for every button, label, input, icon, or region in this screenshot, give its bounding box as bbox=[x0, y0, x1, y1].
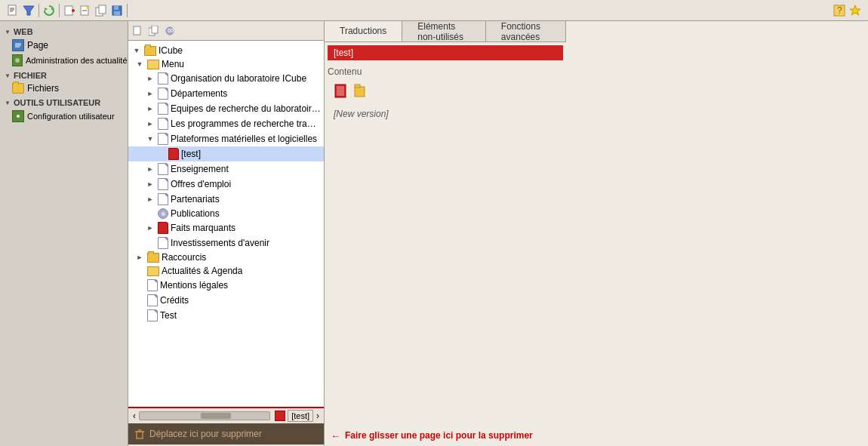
tree-actualites[interactable]: Actualités & Agenda bbox=[128, 264, 324, 278]
help-icon[interactable]: ? bbox=[833, 4, 846, 17]
tab-traductions-label: Traductions bbox=[340, 26, 386, 36]
tab-fonctions[interactable]: Fonctions avancées bbox=[486, 21, 566, 42]
tree-programmes[interactable]: ► Les programmes de recherche transv… bbox=[128, 116, 324, 131]
sidebar-item-config-label: Configuration utilisateur bbox=[27, 112, 115, 121]
main-layout: WEB Page Administration des actualités bbox=[0, 21, 868, 446]
tree-equipes[interactable]: ► Equipes de recherche du laboratoire I… bbox=[128, 101, 324, 116]
faits-expander[interactable]: ► bbox=[145, 223, 155, 233]
sidebar-item-news[interactable]: Administration des actualités bbox=[0, 53, 128, 68]
tree-partenariats[interactable]: ► Partenariats bbox=[128, 192, 324, 207]
dept-expander[interactable]: ► bbox=[145, 88, 155, 99]
trash-icon bbox=[134, 429, 145, 439]
tree-investissements-label: Investissements d'avenir bbox=[171, 238, 269, 248]
edit-icon[interactable] bbox=[78, 4, 92, 17]
tree-plateformes-label: Plateformes matérielles et logicielles bbox=[171, 134, 317, 144]
plateformes-expander[interactable]: ▼ bbox=[145, 134, 155, 144]
tree-offres[interactable]: ► Offres d'emploi bbox=[128, 177, 324, 192]
root-expander[interactable]: ▼ bbox=[131, 45, 142, 56]
content-icon-2[interactable] bbox=[353, 83, 370, 100]
content-icon-1[interactable] bbox=[334, 83, 350, 100]
new-version-text: [New version] bbox=[334, 109, 389, 119]
sidebar-item-config[interactable]: Configuration utilisateur bbox=[0, 109, 128, 124]
plateformes-doc-icon bbox=[158, 133, 168, 145]
center-scrollbar: ‹ [test] › bbox=[128, 408, 324, 423]
tree-publications[interactable]: ⊕ Publications bbox=[128, 207, 324, 220]
equipes-expander[interactable]: ► bbox=[145, 103, 155, 114]
tree-equipes-label: Equipes de recherche du laboratoire I… bbox=[171, 103, 321, 114]
scroll-left-btn[interactable]: ‹ bbox=[131, 411, 137, 421]
scroll-right-btn[interactable]: › bbox=[315, 411, 321, 421]
save-icon[interactable] bbox=[110, 4, 124, 17]
section-outils: OUTILS UTILISATEUR bbox=[0, 95, 128, 109]
svg-rect-13 bbox=[99, 5, 106, 14]
tree-test[interactable]: [test] bbox=[128, 146, 324, 161]
tree-menu-label: Menu bbox=[162, 59, 184, 69]
offres-expander[interactable]: ► bbox=[145, 179, 155, 189]
tree-raccourcis[interactable]: ► Raccourcis bbox=[128, 251, 324, 264]
bottom-item-label[interactable]: [test] bbox=[288, 410, 313, 422]
org-expander[interactable]: ► bbox=[145, 73, 155, 84]
copy-icon[interactable] bbox=[94, 4, 108, 17]
tree-investissements[interactable]: Investissements d'avenir bbox=[128, 235, 324, 251]
programmes-doc-icon bbox=[158, 118, 168, 130]
svg-rect-15 bbox=[114, 6, 119, 10]
content-new-version: [New version] bbox=[328, 107, 563, 121]
content-section-label: Contenu bbox=[328, 65, 563, 78]
left-sidebar: WEB Page Administration des actualités bbox=[0, 21, 128, 446]
tree-programmes-label: Les programmes de recherche transv… bbox=[171, 118, 321, 129]
menu-folder-icon bbox=[147, 60, 159, 69]
right-tabs: Traductions Eléments non-utilisés Foncti… bbox=[325, 21, 566, 42]
copy-tree-icon[interactable] bbox=[147, 24, 161, 38]
add-page-icon[interactable] bbox=[63, 4, 76, 17]
settings-icon bbox=[12, 110, 24, 122]
tree-enseignement[interactable]: ► Enseignement bbox=[128, 161, 324, 177]
content-label-text: Contenu bbox=[328, 66, 362, 77]
tree-credits[interactable]: Crédits bbox=[128, 293, 324, 308]
tree-partenariats-label: Partenariats bbox=[171, 194, 220, 205]
delete-zone[interactable]: Déplacez ici pour supprimer bbox=[128, 423, 324, 444]
tree-root[interactable]: ▼ ICube bbox=[128, 44, 324, 57]
svg-rect-16 bbox=[114, 11, 120, 15]
svg-rect-39 bbox=[355, 85, 360, 88]
raccourcis-expander[interactable]: ► bbox=[134, 252, 145, 263]
tree-org[interactable]: ► Organisation du laboratoire ICube bbox=[128, 71, 324, 86]
invest-doc-icon bbox=[158, 237, 168, 249]
menu-expander[interactable]: ▼ bbox=[134, 59, 145, 69]
programmes-expander[interactable]: ► bbox=[145, 118, 155, 129]
tree-enseignement-label: Enseignement bbox=[171, 164, 229, 174]
link-icon[interactable]: ∞ bbox=[163, 24, 177, 38]
tree-plateformes[interactable]: ▼ Plateformes matérielles et logicielles bbox=[128, 131, 324, 146]
refresh-icon[interactable] bbox=[42, 4, 56, 17]
sidebar-item-page[interactable]: Page bbox=[0, 38, 128, 53]
enseignement-expander[interactable]: ► bbox=[145, 164, 155, 174]
filter-icon[interactable] bbox=[22, 4, 35, 17]
faits-doc-red-icon bbox=[158, 222, 168, 234]
tab-traductions[interactable]: Traductions bbox=[325, 21, 402, 42]
tree-mentions[interactable]: Mentions légales bbox=[128, 278, 324, 293]
svg-marker-5 bbox=[45, 8, 48, 11]
raccourcis-folder-icon bbox=[147, 253, 159, 263]
equipes-doc-icon bbox=[158, 103, 168, 115]
new-doc-icon[interactable] bbox=[131, 24, 145, 38]
tree-dept[interactable]: ► Départements bbox=[128, 86, 324, 101]
tree-mentions-label: Mentions légales bbox=[160, 280, 228, 291]
partenariats-expander[interactable]: ► bbox=[145, 194, 155, 205]
scroll-track[interactable] bbox=[139, 411, 270, 420]
sidebar-item-fichiers[interactable]: Fichiers bbox=[0, 82, 128, 95]
top-toolbar: ? bbox=[0, 0, 868, 21]
tree-testroot[interactable]: Test bbox=[128, 308, 324, 323]
doc-icon[interactable] bbox=[6, 4, 20, 17]
tree-faits[interactable]: ► Faits marquants bbox=[128, 220, 324, 235]
tab-elements[interactable]: Eléments non-utilisés bbox=[402, 21, 486, 42]
publications-link-icon: ⊕ bbox=[158, 208, 168, 219]
center-toolbar: ∞ bbox=[128, 21, 324, 41]
center-panel: ∞ ▼ ICube ▼ Menu ► Organisation du labor… bbox=[128, 21, 325, 446]
right-content: [test] Contenu bbox=[325, 42, 566, 446]
tree-faits-label: Faits marquants bbox=[171, 223, 235, 233]
root-folder-icon bbox=[144, 46, 156, 56]
svg-rect-33 bbox=[137, 432, 143, 438]
star-icon[interactable] bbox=[848, 4, 862, 17]
bottom-item: [test] bbox=[275, 410, 313, 422]
center-tree: ▼ ICube ▼ Menu ► Organisation du laborat… bbox=[128, 41, 324, 407]
tree-menu[interactable]: ▼ Menu bbox=[128, 57, 324, 71]
